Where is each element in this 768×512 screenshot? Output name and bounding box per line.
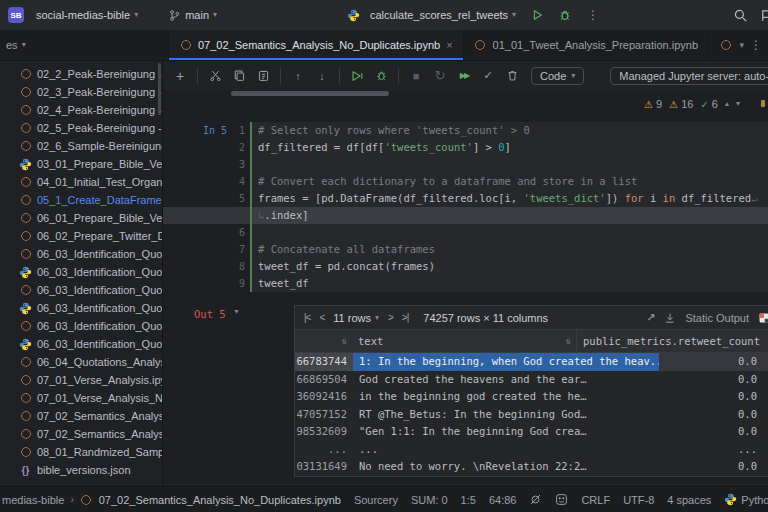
code-line[interactable]: 8tweet_df = pd.concat(frames): [163, 258, 768, 275]
code-text[interactable]: df_filtered = df[df['tweets_count'] > 0]: [250, 139, 768, 156]
page-size-dropdown[interactable]: 11 rows ▾: [333, 312, 379, 324]
column-header-retweet-count[interactable]: public_metrics.retweet_count ⇅: [576, 330, 768, 352]
retweet-count-cell[interactable]: 0.0: [659, 406, 768, 424]
sum-widget[interactable]: SUM: 0: [411, 494, 448, 506]
line-ending-widget[interactable]: CRLF: [581, 494, 610, 506]
file-item[interactable]: 06_03_Identification_Quotat: [0, 299, 162, 317]
project-pane-header[interactable]: es ▾: [0, 30, 169, 60]
add-cell-button[interactable]: +: [169, 65, 191, 87]
highlighting-off-icon[interactable]: [529, 493, 542, 506]
cut-cell-button[interactable]: [204, 65, 226, 87]
code-text[interactable]: # Concatenate all dataframes: [250, 241, 768, 258]
retweet-count-cell[interactable]: 0.0: [659, 371, 768, 389]
file-item[interactable]: 02_3_Peak-Bereinigung - Pe: [0, 83, 162, 101]
indent-widget[interactable]: 4 spaces: [667, 494, 711, 506]
text-cell[interactable]: ...: [353, 441, 659, 459]
sourcery-widget[interactable]: Sourcery: [354, 494, 398, 506]
column-header-text[interactable]: text ⇅: [351, 335, 576, 347]
open-in-new-icon[interactable]: ↗: [646, 311, 655, 324]
file-item[interactable]: 07_02_Semantics_Analysis_: [0, 425, 162, 443]
caret-position[interactable]: 1:5: [461, 494, 476, 506]
table-row[interactable]: 36092416in the beginning god created the…: [295, 388, 768, 406]
search-icon[interactable]: [730, 4, 752, 26]
error-stripe-mark[interactable]: [761, 100, 765, 107]
code-line[interactable]: 7# Concatenate all dataframes: [163, 241, 768, 258]
row-index-cell[interactable]: 03131649: [295, 458, 353, 476]
code-text[interactable]: [250, 224, 768, 241]
text-cell[interactable]: RT @The_Betus: In the beginning God…: [353, 406, 659, 424]
text-cell[interactable]: "Gen 1:1: In the beginning God crea…: [353, 423, 659, 441]
table-row[interactable]: 667837441: In the beginning, when God cr…: [295, 353, 768, 371]
text-cell[interactable]: No need to worry. \nRevelation 22:2…: [353, 458, 659, 476]
file-item[interactable]: 07_01_Verse_Analysis_No_D: [0, 389, 162, 407]
row-index-cell[interactable]: ...: [295, 441, 353, 459]
file-item[interactable]: 03_01_Prepare_Bible_Versio: [0, 155, 162, 173]
file-item[interactable]: 06_04_Quotations_Analysis: [0, 353, 162, 371]
code-line[interactable]: 3: [163, 156, 768, 173]
retweet-count-cell[interactable]: 0.0: [659, 388, 768, 406]
debug-button[interactable]: [554, 4, 576, 26]
notifications-flag-icon[interactable]: [756, 4, 768, 26]
editor-tab[interactable]: 01_01_Tweet_Analysis_Preparation.ipynb: [464, 30, 709, 60]
code-text[interactable]: # Convert each dictionary to a dataframe…: [250, 173, 768, 190]
inspections-widget[interactable]: ⚠ 9 ⚠ 16 ✓ 6 ▴ ▾: [644, 98, 740, 110]
export-download-icon[interactable]: [664, 312, 676, 324]
paste-cell-button[interactable]: [252, 65, 274, 87]
table-row[interactable]: 98532609"Gen 1:1: In the beginning God c…: [295, 423, 768, 441]
branch-selector[interactable]: main ▾: [164, 7, 221, 24]
cell-type-dropdown[interactable]: Code ▾: [531, 67, 584, 85]
first-page-button[interactable]: |<: [304, 312, 310, 323]
text-cell[interactable]: in the beginning god created the he…: [353, 388, 659, 406]
debug-cell-button[interactable]: [370, 65, 392, 87]
column-header-index[interactable]: ⇅: [295, 336, 351, 346]
move-cell-up-button[interactable]: ↑: [287, 65, 309, 87]
prev-page-button[interactable]: <: [319, 312, 324, 323]
row-index-cell[interactable]: 36092416: [295, 388, 353, 406]
file-item[interactable]: 06_03_Identification_Quotat: [0, 281, 162, 299]
code-cell[interactable]: In 51# Select only rows where 'tweets_co…: [163, 122, 768, 292]
next-page-button[interactable]: >: [388, 312, 393, 323]
editor-tab[interactable]: 07_02_Semantics_Analysis_No_Duplicates.i…: [169, 30, 464, 60]
table-row[interactable]: 47057152RT @The_Betus: In the beginning …: [295, 406, 768, 424]
ratio-widget[interactable]: 64:86: [489, 494, 517, 506]
encoding-widget[interactable]: UTF-8: [623, 494, 654, 506]
code-line[interactable]: 4# Convert each dictionary to a datafram…: [163, 173, 768, 190]
interpreter-widget[interactable]: Python 3.1: [724, 493, 768, 506]
delete-cell-button[interactable]: [501, 65, 523, 87]
file-item[interactable]: 06_03_Identification_Quotat: [0, 245, 162, 263]
text-cell[interactable]: God created the heavens and the ear…: [353, 371, 659, 389]
run-button[interactable]: [526, 4, 548, 26]
output-collapse-chevron[interactable]: ▾: [235, 308, 239, 316]
tab-options-kebab[interactable]: ⋮: [750, 38, 762, 52]
stop-kernel-button[interactable]: ■: [405, 65, 427, 87]
run-options-kebab[interactable]: ⋮: [582, 4, 604, 26]
retweet-count-cell[interactable]: 0.0: [659, 458, 768, 476]
code-line[interactable]: In 51# Select only rows where 'tweets_co…: [163, 122, 768, 139]
code-line[interactable]: 5frames = [pd.DataFrame(df_filtered.loc[…: [163, 190, 768, 207]
run-cell-button[interactable]: [346, 65, 368, 87]
file-item[interactable]: 06_02_Prepare_Twitter_Dat: [0, 227, 162, 245]
text-cell[interactable]: 1: In the beginning, when God created th…: [353, 353, 659, 371]
close-tab-icon[interactable]: ×: [446, 39, 452, 51]
row-index-cell[interactable]: 66869504: [295, 371, 353, 389]
last-page-button[interactable]: >|: [402, 312, 408, 323]
file-item[interactable]: 06_03_Identification_Quotat: [0, 317, 162, 335]
table-row[interactable]: 03131649No need to worry. \nRevelation 2…: [295, 458, 768, 476]
table-row[interactable]: 66869504God created the heavens and the …: [295, 371, 768, 389]
sidebar-scrollbar[interactable]: [158, 63, 161, 115]
file-item[interactable]: {}bible_versions.json: [0, 461, 162, 479]
project-selector[interactable]: social-medias-bible ▾: [32, 7, 142, 23]
file-item[interactable]: 04_01_Initial_Test_Organiza: [0, 173, 162, 191]
code-text[interactable]: ↳.index]: [250, 207, 768, 224]
file-item[interactable]: 05_1_Create_DataFrames.ip: [0, 191, 162, 209]
move-cell-down-button[interactable]: ↓: [311, 65, 333, 87]
file-item[interactable]: 07_01_Verse_Analysis.ipynb: [0, 371, 162, 389]
row-index-cell[interactable]: 98532609: [295, 423, 353, 441]
row-index-cell[interactable]: 47057152: [295, 406, 353, 424]
restart-kernel-button[interactable]: ↻: [429, 65, 451, 87]
file-item[interactable]: 02_6_Sample-Bereinigung.ip: [0, 137, 162, 155]
breadcrumb-project[interactable]: medias-bible: [2, 494, 64, 506]
retweet-count-cell[interactable]: ...: [659, 441, 768, 459]
copy-cell-button[interactable]: [228, 65, 250, 87]
file-item[interactable]: 02_5_Peak-Bereinigung - Pe: [0, 119, 162, 137]
